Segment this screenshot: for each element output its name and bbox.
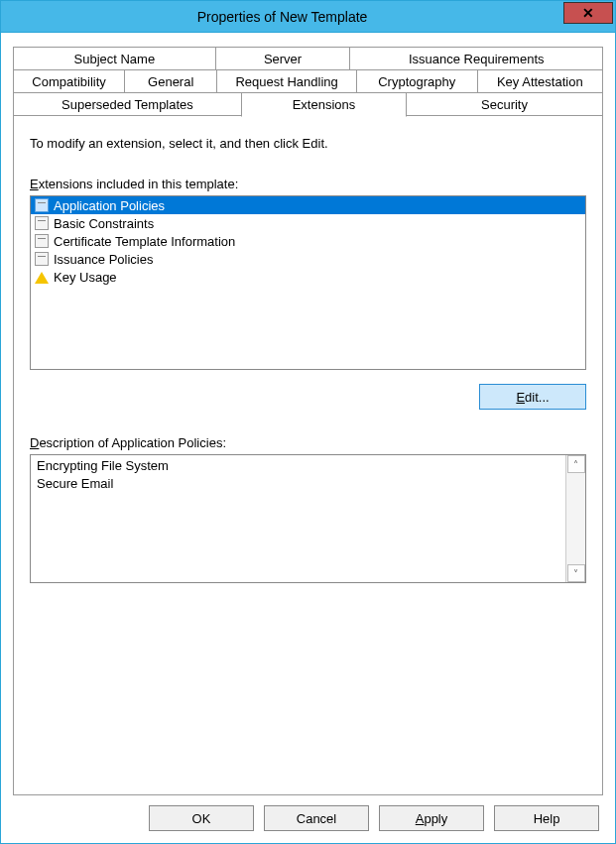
cert-icon <box>34 215 50 231</box>
tab-key-attestation[interactable]: Key Attestation <box>477 69 603 93</box>
list-item-label: Application Policies <box>54 198 165 213</box>
instruction-text: To modify an extension, select it, and t… <box>30 136 586 151</box>
list-item[interactable]: Application Policies <box>31 196 585 214</box>
description-label: Description of Application Policies: <box>30 435 586 450</box>
content-area: Subject Name Server Issuance Requirement… <box>1 33 615 843</box>
close-icon: ✕ <box>582 5 594 21</box>
tab-body-extensions: To modify an extension, select it, and t… <box>13 115 603 795</box>
window-frame: Properties of New Template ✕ Subject Nam… <box>0 0 616 844</box>
apply-button[interactable]: Apply <box>379 805 484 831</box>
list-item[interactable]: Issuance Policies <box>31 250 585 268</box>
tab-compatibility[interactable]: Compatibility <box>13 69 125 93</box>
cert-icon <box>34 197 50 213</box>
tab-security[interactable]: Security <box>406 92 603 117</box>
edit-button[interactable]: Edit... <box>479 384 586 410</box>
edit-row: Edit... <box>30 384 586 410</box>
scrollbar[interactable]: ˄ ˅ <box>565 455 585 582</box>
scroll-down-button[interactable]: ˅ <box>567 564 585 582</box>
chevron-down-icon: ˅ <box>573 568 578 579</box>
description-box: Encrypting File System Secure Email ˄ ˅ <box>30 454 586 583</box>
help-button[interactable]: Help <box>494 805 599 831</box>
scroll-up-button[interactable]: ˄ <box>567 455 585 473</box>
list-item-label: Key Usage <box>54 270 117 285</box>
chevron-up-icon: ˄ <box>573 459 578 470</box>
tab-extensions[interactable]: Extensions <box>241 92 407 117</box>
tab-issuance-requirements[interactable]: Issuance Requirements <box>349 47 603 70</box>
list-item-label: Basic Constraints <box>54 216 154 231</box>
tab-general[interactable]: General <box>124 69 217 93</box>
description-text: Encrypting File System Secure Email <box>31 455 565 582</box>
close-button[interactable]: ✕ <box>563 2 613 24</box>
tab-server[interactable]: Server <box>215 47 351 70</box>
cert-icon <box>34 251 50 267</box>
list-item-label: Issuance Policies <box>54 252 153 267</box>
tab-superseded-templates[interactable]: Superseded Templates <box>13 92 242 117</box>
tab-cryptography[interactable]: Cryptography <box>356 69 478 93</box>
cert-icon <box>34 233 50 249</box>
extensions-list-label: Extensions included in this template: <box>30 177 586 191</box>
dialog-button-row: OK Cancel Apply Help <box>13 795 603 831</box>
tab-request-handling[interactable]: Request Handling <box>216 69 357 93</box>
tab-subject-name[interactable]: Subject Name <box>13 47 216 70</box>
extensions-listbox[interactable]: Application Policies Basic Constraints C… <box>30 195 586 370</box>
cancel-button[interactable]: Cancel <box>264 805 369 831</box>
tab-container: Subject Name Server Issuance Requirement… <box>13 47 603 795</box>
list-item[interactable]: Basic Constraints <box>31 214 585 232</box>
warn-icon <box>34 269 50 285</box>
list-item-label: Certificate Template Information <box>54 234 235 249</box>
tab-strip: Subject Name Server Issuance Requirement… <box>13 47 603 116</box>
list-item[interactable]: Certificate Template Information <box>31 232 585 250</box>
titlebar: Properties of New Template ✕ <box>1 1 615 33</box>
ok-button[interactable]: OK <box>149 805 254 831</box>
window-title: Properties of New Template <box>1 9 563 25</box>
list-item[interactable]: Key Usage <box>31 268 585 286</box>
